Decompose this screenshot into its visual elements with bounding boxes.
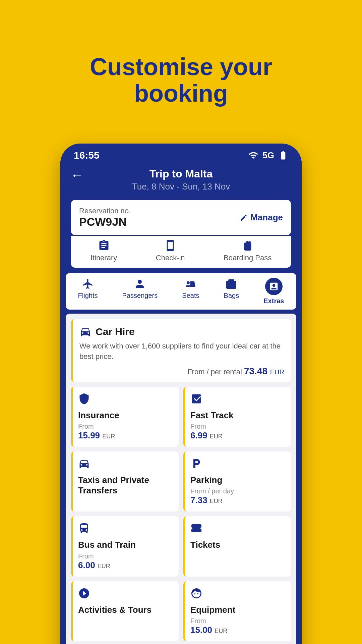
checkin-icon	[164, 239, 176, 252]
bus-train-price: 6.00 EUR	[78, 560, 173, 571]
bus-icon	[78, 522, 90, 534]
trip-title: Trip to Malta	[74, 168, 288, 180]
boarding-icon	[242, 239, 254, 252]
parking-from: From / per day	[190, 487, 286, 495]
trip-dates: Tue, 8 Nov - Sun, 13 Nov	[74, 181, 288, 192]
fast-track-card[interactable]: Fast Track From 6.99 EUR	[183, 387, 291, 447]
equipment-title: Equipment	[190, 605, 286, 615]
tickets-icon	[190, 522, 202, 534]
insurance-price: 15.99 EUR	[78, 430, 173, 441]
seats-icon	[185, 278, 197, 290]
car-hire-price: From / per rental 73.48 EUR	[79, 366, 284, 377]
booking-tabs: Itinerary Check-in Boarding Pass	[71, 236, 291, 268]
equipment-card[interactable]: Equipment From 15.00 EUR	[183, 581, 291, 641]
status-icons: 5G	[248, 150, 288, 161]
battery-icon	[278, 150, 288, 160]
nav-seats[interactable]: Seats	[182, 278, 199, 305]
phone-frame: 16:55 5G ← Trip to Malta Tue, 8 Nov - Su…	[60, 144, 302, 644]
tab-checkin[interactable]: Check-in	[156, 239, 185, 262]
parking-price: 7.33 EUR	[190, 495, 286, 505]
main-title: Customise yourbooking	[70, 27, 292, 127]
status-bar: 16:55 5G	[60, 144, 302, 164]
grid-row-4: Activities & Tours Equipment From 15.00 …	[71, 581, 291, 641]
bus-train-card[interactable]: Bus and Train From 6.00 EUR	[71, 516, 179, 576]
nav-bags[interactable]: Bags	[224, 278, 239, 305]
grid-row-1: Insurance From 15.99 EUR Fast Track From…	[71, 387, 291, 447]
itinerary-icon	[98, 239, 110, 252]
status-time: 16:55	[74, 150, 100, 161]
car-hire-desc: We work with over 1,600 suppliers to fin…	[79, 341, 284, 362]
car-icon	[79, 326, 92, 338]
extras-icon	[269, 281, 279, 291]
flights-nav-label: Flights	[78, 292, 98, 300]
bus-train-title: Bus and Train	[78, 540, 173, 550]
grid-row-2: Taxis and Private Transfers Parking From…	[71, 451, 291, 512]
taxis-card[interactable]: Taxis and Private Transfers	[71, 451, 179, 512]
signal-label: 5G	[262, 150, 274, 161]
activities-icon	[78, 587, 90, 599]
page-heading: Customise yourbooking	[43, 0, 319, 144]
nav-extras[interactable]: Extras	[263, 278, 284, 305]
passengers-nav-label: Passengers	[122, 292, 158, 300]
bags-icon	[225, 278, 237, 290]
grid-row-3: Bus and Train From 6.00 EUR Tickets	[71, 516, 291, 576]
checkin-tab-label: Check-in	[156, 254, 185, 262]
flights-icon	[82, 278, 94, 290]
extras-content: Car Hire We work with over 1,600 supplie…	[66, 314, 296, 644]
manage-label[interactable]: Manage	[250, 212, 283, 223]
reservation-label: Reservation no.	[79, 207, 131, 215]
fast-track-title: Fast Track	[190, 410, 286, 421]
car-hire-amount: 73.48 EUR	[244, 366, 284, 376]
tab-itinerary[interactable]: Itinerary	[90, 239, 117, 262]
back-button[interactable]: ←	[70, 168, 84, 183]
insurance-from: From	[78, 423, 173, 430]
fast-track-price: 6.99 EUR	[190, 430, 286, 441]
passengers-icon	[134, 278, 146, 290]
insurance-card[interactable]: Insurance From 15.99 EUR	[71, 387, 179, 447]
taxi-icon	[78, 458, 90, 470]
nav-flights[interactable]: Flights	[78, 278, 98, 305]
equipment-icon	[190, 587, 202, 599]
activities-title: Activities & Tours	[78, 605, 173, 615]
bags-nav-label: Bags	[224, 292, 239, 300]
manage-button[interactable]: Manage	[240, 212, 283, 223]
extras-nav-label: Extras	[263, 297, 284, 305]
parking-icon	[190, 458, 202, 470]
equipment-from: From	[190, 617, 286, 625]
reservation-number: PCW9JN	[79, 215, 131, 228]
nav-passengers[interactable]: Passengers	[122, 278, 158, 305]
car-hire-title: Car Hire	[96, 326, 135, 337]
reservation-card: Reservation no. PCW9JN Manage	[71, 200, 291, 235]
itinerary-tab-label: Itinerary	[90, 254, 117, 262]
tab-boarding[interactable]: Boarding Pass	[224, 239, 272, 262]
insurance-title: Insurance	[78, 410, 173, 421]
activities-card[interactable]: Activities & Tours	[71, 581, 179, 641]
fast-track-icon	[190, 393, 202, 405]
taxis-title: Taxis and Private Transfers	[78, 475, 173, 496]
bus-train-from: From	[78, 552, 173, 560]
tickets-title: Tickets	[190, 540, 286, 550]
fast-track-from: From	[190, 423, 286, 430]
pencil-icon	[240, 214, 248, 222]
parking-title: Parking	[190, 475, 286, 485]
wifi-icon	[248, 150, 258, 160]
seats-nav-label: Seats	[182, 292, 199, 300]
trip-header: ← Trip to Malta Tue, 8 Nov - Sun, 13 Nov	[60, 164, 302, 200]
insurance-icon	[78, 393, 90, 405]
car-hire-card[interactable]: Car Hire We work with over 1,600 supplie…	[71, 319, 291, 382]
parking-card[interactable]: Parking From / per day 7.33 EUR	[183, 451, 291, 512]
service-nav-bar: Flights Passengers Seats Bags	[66, 273, 296, 310]
boarding-tab-label: Boarding Pass	[224, 254, 272, 262]
tickets-card[interactable]: Tickets	[183, 516, 291, 576]
equipment-price: 15.00 EUR	[190, 625, 286, 635]
